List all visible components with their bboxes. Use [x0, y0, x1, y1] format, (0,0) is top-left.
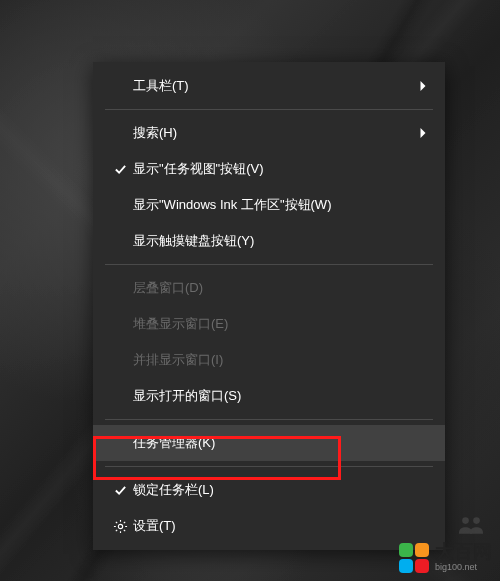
menu-item-toolbars[interactable]: 工具栏(T): [93, 68, 445, 104]
menu-item-sidebyside: 并排显示窗口(I): [93, 342, 445, 378]
people-icon: [457, 514, 485, 536]
menu-separator: [105, 466, 433, 467]
menu-item-lock-taskbar[interactable]: 锁定任务栏(L): [93, 472, 445, 508]
svg-point-2: [473, 517, 480, 524]
logo-icon: [399, 543, 429, 573]
menu-label: 层叠窗口(D): [133, 279, 431, 297]
menu-separator: [105, 109, 433, 110]
gear-icon: [107, 519, 133, 534]
watermark-logo: 大百网 big100.net: [399, 542, 492, 573]
menu-label: 显示触摸键盘按钮(Y): [133, 232, 431, 250]
menu-separator: [105, 264, 433, 265]
taskbar-context-menu: 工具栏(T) 搜索(H) 显示"任务视图"按钮(V) 显示"Windows In…: [93, 62, 445, 550]
svg-point-0: [118, 524, 122, 528]
chevron-right-icon: [415, 127, 431, 139]
menu-label: 并排显示窗口(I): [133, 351, 431, 369]
menu-label: 显示"任务视图"按钮(V): [133, 160, 431, 178]
menu-item-touchkb[interactable]: 显示触摸键盘按钮(Y): [93, 223, 445, 259]
logo-main-text: 大百网: [435, 542, 492, 563]
menu-item-taskview[interactable]: 显示"任务视图"按钮(V): [93, 151, 445, 187]
svg-point-1: [462, 517, 469, 524]
menu-item-task-manager[interactable]: 任务管理器(K): [93, 425, 445, 461]
menu-label: 工具栏(T): [133, 77, 415, 95]
menu-item-stacked: 堆叠显示窗口(E): [93, 306, 445, 342]
menu-label: 堆叠显示窗口(E): [133, 315, 431, 333]
menu-label: 任务管理器(K): [133, 434, 431, 452]
menu-label: 显示打开的窗口(S): [133, 387, 431, 405]
check-icon: [107, 163, 133, 176]
menu-separator: [105, 419, 433, 420]
menu-item-show-desktop[interactable]: 显示打开的窗口(S): [93, 378, 445, 414]
logo-sub-text: big100.net: [435, 563, 492, 573]
menu-item-ink[interactable]: 显示"Windows Ink 工作区"按钮(W): [93, 187, 445, 223]
menu-item-settings[interactable]: 设置(T): [93, 508, 445, 544]
menu-label: 显示"Windows Ink 工作区"按钮(W): [133, 196, 431, 214]
check-icon: [107, 484, 133, 497]
chevron-right-icon: [415, 80, 431, 92]
menu-label: 锁定任务栏(L): [133, 481, 431, 499]
logo-text: 大百网 big100.net: [435, 542, 492, 573]
menu-label: 设置(T): [133, 517, 431, 535]
menu-item-cascade: 层叠窗口(D): [93, 270, 445, 306]
menu-label: 搜索(H): [133, 124, 415, 142]
menu-item-search[interactable]: 搜索(H): [93, 115, 445, 151]
